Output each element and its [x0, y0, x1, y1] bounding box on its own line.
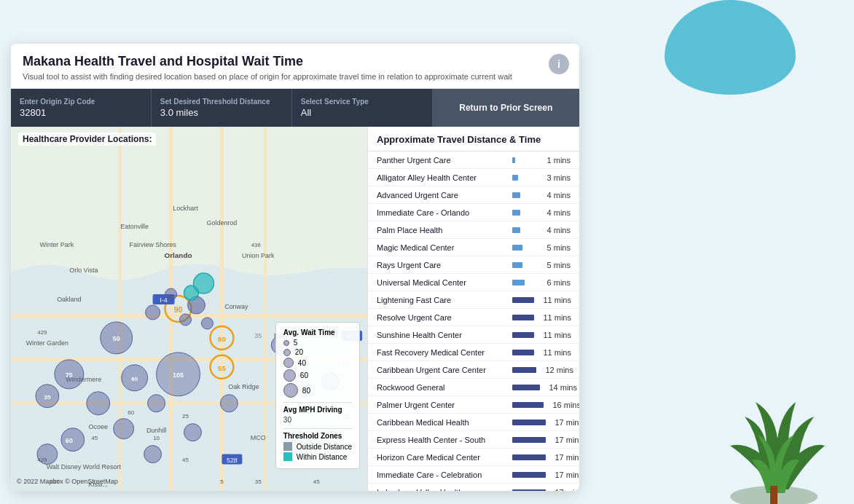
time-bar	[512, 420, 546, 425]
legend-threshold-section: Threshold Zones Outside Distance Within …	[283, 428, 352, 461]
time-value: 12 mins	[541, 366, 573, 374]
list-item[interactable]: Sunshine Health Center11 mins	[368, 326, 579, 344]
list-item[interactable]: Resolve Urgent Care11 mins	[368, 309, 579, 326]
list-item[interactable]: Immediate Care - Orlando4 mins	[368, 204, 579, 221]
back-button[interactable]: Return to Prior Screen	[433, 89, 579, 127]
zip-label: Enter Origin Zip Code	[20, 98, 142, 106]
map-copyright: © 2022 Mapbox © OpenStreetMap	[17, 478, 118, 485]
location-name: Magic Medical Center	[377, 243, 508, 252]
svg-text:Walt Disney World Resort: Walt Disney World Resort	[47, 463, 122, 470]
time-bar	[512, 437, 546, 443]
service-value: All	[301, 107, 423, 118]
list-item[interactable]: Palmer Urgent Center16 mins	[368, 396, 579, 414]
svg-point-57	[148, 395, 165, 412]
time-bar	[512, 245, 522, 251]
legend-wait-title: Avg. Wait Time	[283, 328, 352, 336]
svg-point-43	[165, 288, 177, 300]
list-item[interactable]: Universal Medical Center6 mins	[368, 274, 579, 291]
legend-within-label: Within Distance	[297, 453, 347, 461]
svg-text:Lockhart: Lockhart	[173, 205, 198, 212]
service-control[interactable]: Select Service Type All	[292, 89, 433, 127]
zip-control[interactable]: Enter Origin Zip Code 32801	[11, 89, 152, 127]
map-section: Healthcare Provider Locations:	[11, 127, 368, 491]
list-item[interactable]: Fast Recovery Medical Center11 mins	[368, 344, 579, 361]
list-section[interactable]: Approximate Travel Distance & Time Panth…	[368, 127, 579, 491]
list-item[interactable]: Advanced Urgent Care4 mins	[368, 186, 579, 204]
distance-label: Set Desired Threshold Distance	[160, 98, 283, 106]
list-item[interactable]: Panther Urgent Care1 mins	[368, 151, 579, 169]
svg-text:436: 436	[251, 242, 262, 248]
svg-text:60: 60	[66, 437, 73, 444]
legend-circle-5	[283, 340, 289, 346]
list-item[interactable]: Rockwood General14 mins	[368, 379, 579, 396]
svg-point-45	[180, 314, 192, 326]
location-list: Panther Urgent Care1 minsAlligator Alley…	[368, 151, 579, 491]
location-name: Immediate Care - Celebration	[377, 470, 508, 479]
svg-text:90: 90	[173, 305, 182, 314]
list-item[interactable]: Magic Medical Center5 mins	[368, 239, 579, 256]
info-icon[interactable]: i	[549, 54, 569, 74]
time-value: 11 mins	[538, 313, 571, 322]
bar-container	[512, 192, 533, 199]
list-item[interactable]: Horizon Care Medical Center17 mins	[368, 449, 579, 466]
card-body: Healthcare Provider Locations:	[11, 127, 579, 491]
legend-circle-80	[283, 383, 298, 398]
svg-text:Oakland: Oakland	[57, 296, 81, 303]
list-item[interactable]: Caribbean Urgent Care Center12 mins	[368, 361, 579, 379]
svg-text:80: 80	[218, 335, 227, 343]
list-item[interactable]: Caribbean Medical Health17 mins	[368, 414, 579, 431]
map-title: Healthcare Provider Locations:	[18, 133, 156, 146]
svg-text:Winter Park: Winter Park	[39, 241, 74, 248]
time-value: 4 mins	[538, 226, 571, 235]
svg-text:429: 429	[37, 457, 47, 463]
time-bar	[512, 227, 520, 233]
list-item[interactable]: Immediate Care - Celebration17 mins	[368, 466, 579, 484]
svg-text:45: 45	[182, 457, 189, 463]
svg-point-59	[184, 424, 202, 441]
svg-text:45: 45	[91, 435, 98, 441]
bar-container	[512, 471, 546, 479]
time-bar	[512, 489, 546, 492]
list-item[interactable]: Alligator Alley Health Center3 mins	[368, 169, 579, 186]
svg-text:105: 105	[173, 371, 184, 379]
legend-label-60: 60	[300, 371, 308, 379]
bar-container	[512, 261, 533, 269]
list-item[interactable]: Express Health Center - South17 mins	[368, 431, 579, 449]
time-value: 17 mins	[550, 488, 579, 492]
legend-threshold-title: Threshold Zones	[283, 432, 352, 440]
location-name: Rockwood General	[377, 383, 508, 392]
svg-point-53	[87, 392, 110, 415]
location-name: Palm Place Health	[377, 226, 508, 235]
time-value: 5 mins	[538, 243, 571, 252]
legend-label-80: 80	[302, 387, 310, 395]
location-name: Caribbean Medical Health	[377, 418, 508, 427]
legend-mph-title: Avg MPH Driving	[283, 406, 352, 414]
time-value: 14 mins	[544, 383, 577, 392]
time-value: 16 mins	[548, 401, 579, 409]
bar-container	[512, 366, 536, 374]
legend-within-color	[283, 452, 292, 461]
bar-container	[512, 314, 534, 321]
time-bar	[512, 454, 546, 460]
time-value: 4 mins	[538, 208, 571, 217]
legend-outside-row: Outside Distance	[283, 442, 352, 451]
list-item[interactable]: Palm Place Health4 mins	[368, 221, 579, 239]
time-bar	[512, 297, 534, 303]
time-bar	[512, 192, 520, 198]
list-item[interactable]: Rays Urgent Care5 mins	[368, 256, 579, 274]
time-bar	[512, 157, 515, 163]
location-name: Resolve Urgent Care	[377, 313, 508, 322]
legend-mph-section: Avg MPH Driving 30	[283, 402, 352, 424]
svg-text:Winter Garden: Winter Garden	[26, 339, 68, 347]
list-item[interactable]: Lakeshore Valley Health17 mins	[368, 484, 579, 491]
list-item[interactable]: Lightening Fast Care11 mins	[368, 291, 579, 309]
location-name: Advanced Urgent Care	[377, 191, 508, 200]
list-title: Approximate Travel Distance & Time	[368, 127, 579, 151]
time-value: 11 mins	[538, 331, 571, 339]
svg-point-47	[201, 318, 213, 329]
service-label: Select Service Type	[301, 98, 423, 106]
distance-control[interactable]: Set Desired Threshold Distance 3.0 miles	[152, 89, 292, 127]
svg-text:35: 35	[255, 479, 262, 485]
svg-text:Orlando: Orlando	[164, 251, 192, 259]
legend-within-row: Within Distance	[283, 452, 352, 461]
